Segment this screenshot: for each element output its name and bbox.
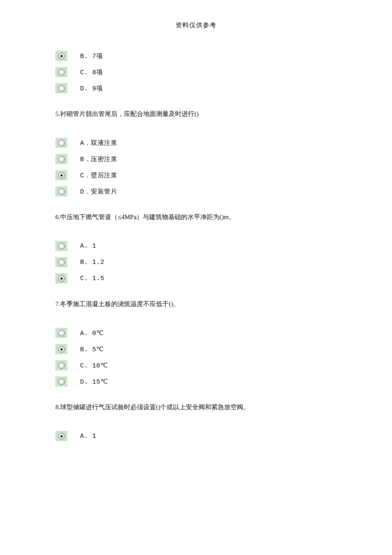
radio-button[interactable] bbox=[55, 51, 67, 61]
question-5-options: A．双液注浆 B．压密注浆 C．壁后注浆 D．安装管片 bbox=[55, 138, 337, 197]
option-label: D．安装管片 bbox=[80, 188, 117, 196]
radio-button[interactable] bbox=[55, 83, 67, 93]
radio-button[interactable] bbox=[55, 241, 67, 251]
radio-outline-icon bbox=[58, 275, 65, 282]
option-label: A. 0℃ bbox=[80, 329, 104, 337]
radio-button[interactable] bbox=[55, 154, 67, 164]
radio-button[interactable] bbox=[55, 328, 67, 338]
option-label: A．双液注浆 bbox=[80, 139, 117, 147]
option-row: A. 1 bbox=[55, 431, 337, 441]
question-6-options: A. 1 B. 1.2 C. 1.5 bbox=[55, 241, 337, 283]
page-header: 资料仅供参考 bbox=[55, 21, 337, 29]
document-page: 资料仅供参考 B. 7项 C. 8项 D. 9项 5.衬砌管片脱出管尾后，应配合… bbox=[0, 0, 392, 473]
radio-outline-icon bbox=[58, 53, 65, 59]
radio-button[interactable] bbox=[55, 344, 67, 354]
radio-outline-icon bbox=[58, 85, 65, 92]
option-row: A．双液注浆 bbox=[55, 138, 337, 148]
question-8-options: A. 1 bbox=[55, 431, 337, 441]
spacer bbox=[55, 231, 337, 241]
radio-dot-icon bbox=[61, 278, 63, 280]
question-5-text: 5.衬砌管片脱出管尾后，应配合地面测量及时进行() bbox=[55, 109, 337, 119]
radio-dot-icon bbox=[61, 55, 63, 57]
radio-dot-icon bbox=[61, 348, 63, 350]
option-label: B. 1.2 bbox=[80, 259, 104, 266]
option-label: A. 1 bbox=[80, 433, 96, 440]
question-8-text: 8.球型储罐进行气压试验时必须设置()个或以上安全阀和紧急放空阀。 bbox=[55, 402, 337, 412]
radio-outline-icon bbox=[58, 362, 65, 369]
radio-outline-icon bbox=[58, 243, 65, 249]
radio-button[interactable] bbox=[55, 360, 67, 370]
question-6-text: 6.中压地下燃气管道（≤4MPa）与建筑物基础的水平净距为()m。 bbox=[55, 212, 337, 222]
question-4-options: B. 7项 C. 8项 D. 9项 bbox=[55, 51, 337, 93]
radio-outline-icon bbox=[58, 379, 65, 385]
radio-button[interactable] bbox=[55, 186, 67, 197]
radio-outline-icon bbox=[58, 346, 65, 353]
radio-outline-icon bbox=[58, 188, 65, 195]
option-label: C. 1.5 bbox=[80, 275, 104, 282]
option-label: D. 9项 bbox=[80, 84, 103, 92]
option-label: B．压密注浆 bbox=[80, 155, 117, 163]
option-label: C. 10℃ bbox=[80, 361, 108, 370]
option-label: C．壁后注浆 bbox=[80, 171, 117, 179]
option-label: C. 8项 bbox=[80, 68, 103, 76]
radio-outline-icon bbox=[58, 172, 65, 179]
option-row: C．壁后注浆 bbox=[55, 170, 337, 180]
radio-button[interactable] bbox=[55, 273, 67, 283]
radio-button[interactable] bbox=[55, 376, 67, 387]
radio-outline-icon bbox=[58, 259, 65, 266]
option-row: B. 1.2 bbox=[55, 257, 337, 267]
option-row: C. 10℃ bbox=[55, 360, 337, 370]
radio-outline-icon bbox=[58, 433, 65, 439]
option-row: C. 1.5 bbox=[55, 273, 337, 283]
option-row: C. 8项 bbox=[55, 67, 337, 77]
radio-button[interactable] bbox=[55, 170, 67, 180]
option-row: B. 7项 bbox=[55, 51, 337, 61]
question-7-text: 7.冬季施工混凝土板的浇筑温度不应低于()。 bbox=[55, 299, 337, 309]
radio-button[interactable] bbox=[55, 257, 67, 267]
option-row: B．压密注浆 bbox=[55, 154, 337, 164]
option-row: D. 15℃ bbox=[55, 376, 337, 387]
option-row: B. 5℃ bbox=[55, 344, 337, 354]
spacer bbox=[55, 127, 337, 138]
option-label: D. 15℃ bbox=[80, 378, 108, 386]
option-label: B. 7项 bbox=[80, 52, 103, 60]
question-7-options: A. 0℃ B. 5℃ C. 10℃ D. 15℃ bbox=[55, 328, 337, 387]
radio-outline-icon bbox=[58, 330, 65, 336]
option-row: A. 0℃ bbox=[55, 328, 337, 338]
spacer bbox=[55, 318, 337, 328]
radio-outline-icon bbox=[58, 140, 65, 146]
radio-button[interactable] bbox=[55, 431, 67, 441]
radio-dot-icon bbox=[61, 435, 63, 437]
spacer bbox=[55, 421, 337, 431]
option-row: D. 9项 bbox=[55, 83, 337, 93]
radio-outline-icon bbox=[58, 69, 65, 75]
option-label: B. 5℃ bbox=[80, 345, 104, 353]
radio-outline-icon bbox=[58, 156, 65, 162]
option-row: A. 1 bbox=[55, 241, 337, 251]
option-row: D．安装管片 bbox=[55, 186, 337, 197]
option-label: A. 1 bbox=[80, 243, 96, 250]
radio-button[interactable] bbox=[55, 138, 67, 148]
radio-button[interactable] bbox=[55, 67, 67, 77]
radio-dot-icon bbox=[61, 174, 63, 176]
